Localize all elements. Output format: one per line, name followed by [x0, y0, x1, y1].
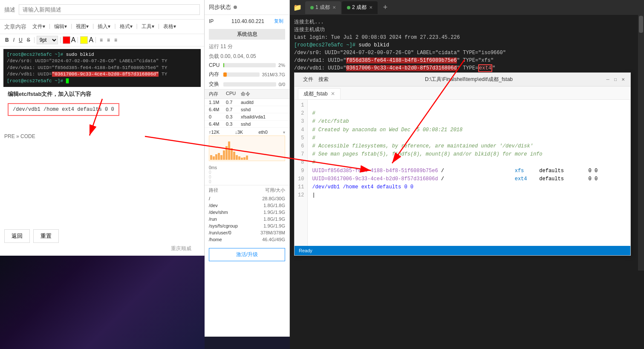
net-bar-15 — [246, 156, 248, 160]
align-left-btn[interactable]: ≡ — [98, 36, 104, 44]
reset-button[interactable]: 重置 — [33, 229, 59, 243]
tab-close-1[interactable]: ✕ — [332, 5, 336, 10]
menu-table[interactable]: 表格▾ — [161, 22, 179, 31]
tab-close-2[interactable]: ✕ — [369, 5, 373, 10]
cpu-bar-bg — [223, 63, 276, 67]
cpu-label: CPU — [209, 62, 221, 68]
ip-value: 110.40.60.221 — [231, 18, 264, 24]
pr-mem-0: 1.1M — [209, 100, 226, 105]
net-bar-12 — [238, 156, 240, 160]
tab-1[interactable]: 1 成都 ✕ — [305, 1, 341, 14]
section-title: 编辑etc/fstab文件，加入以下内容 — [3, 87, 201, 101]
pr-cpu-2: 0.3 — [226, 114, 241, 119]
pr-mem-1: 6.4M — [209, 107, 226, 112]
italic-button[interactable]: I — [12, 36, 16, 44]
ip-label: IP — [209, 18, 214, 24]
disk-path-2: /dev/shm — [209, 210, 263, 215]
maximize-button[interactable]: □ — [612, 77, 618, 83]
pr-mem-3: 6.4M — [209, 121, 226, 127]
code-content[interactable]: # # /etc/fstab # Created by anaconda on … — [308, 100, 630, 248]
scrollbar-right[interactable] — [638, 15, 644, 271]
pr-cpu-3: 0.3 — [226, 121, 241, 127]
pre-code-label: PRE » CODE — [0, 132, 204, 141]
sep4 — [95, 37, 96, 43]
copy-button[interactable]: 复制 — [272, 17, 285, 25]
disk-path-4: /sys/fs/cgroup — [209, 223, 263, 228]
disk-row-4: /sys/fs/cgroup 1.9G/1.9G — [209, 222, 285, 229]
code-box: /dev/vdb1 /home ext4 defaults 0 0 — [8, 103, 119, 116]
net-up: ↑12K — [209, 130, 219, 135]
editor-area: [root@ecs27e5afc ~]# sudo blkid /dev/sr0… — [0, 46, 204, 132]
resp-zeros: 000 — [209, 170, 285, 184]
align-center-btn[interactable]: ≡ — [105, 36, 112, 44]
mem-metric-row: 内存 351M/3.7G — [205, 69, 289, 79]
disk-row-5: /run/user/0 378M/378M — [209, 229, 285, 236]
swap-metric-row: 交换 0/0 — [205, 79, 289, 89]
desc-input[interactable] — [19, 4, 200, 15]
bottom-buttons: 返回 重置 — [0, 225, 63, 247]
t-line-6: /dev/vdb1: UUID="03617006-9c33-4ce4-b2d0… — [294, 64, 640, 72]
net-bar-3 — [215, 154, 217, 160]
swap-bar-bg — [223, 82, 276, 87]
net-bar-5 — [220, 155, 222, 160]
underline-button[interactable]: U — [17, 36, 24, 44]
pr-cpu-1: 0.7 — [226, 107, 241, 112]
tab-dot-1 — [310, 6, 314, 9]
net-bar-4 — [218, 153, 220, 160]
pr-cmd-1: sshd — [241, 107, 285, 112]
tab-label-2: 2 成都 — [352, 4, 367, 11]
net-header: ↑12K ↓3K eth0 ▾ — [209, 130, 285, 135]
net-bar-2 — [213, 156, 215, 160]
terminal-prompt-line2: [root@ecs27e5afc ~]# █ — [7, 78, 197, 84]
menu-insert[interactable]: 插入▾ — [95, 22, 113, 31]
menu-view[interactable]: 视图▾ — [73, 22, 91, 31]
editor-menu-search[interactable]: 搜索 — [318, 75, 329, 84]
minimize-button[interactable]: ─ — [605, 77, 611, 83]
disk-row-1: /dev 1.8G/1.8G — [209, 202, 285, 209]
net-bar-9 — [231, 148, 233, 160]
menu-format[interactable]: 格式▾ — [117, 22, 135, 31]
t-line-3: [root@ecs27e5afc ~]# sudo blkid — [294, 41, 640, 49]
scrollbar-thumb[interactable] — [639, 16, 643, 33]
bg-color-btn[interactable] — [80, 36, 88, 44]
editor-tab-fstab[interactable]: 成都_fstab ✕ — [298, 88, 341, 99]
disk-size-5: 378M/378M — [260, 230, 285, 235]
menu-edit[interactable]: 编辑▾ — [52, 22, 69, 31]
tab-2[interactable]: 2 成都 ✕ — [342, 1, 378, 14]
sep2 — [60, 37, 61, 43]
font-size-select[interactable]: 9pt — [37, 36, 58, 44]
editor-tab-close[interactable]: ✕ — [331, 91, 335, 97]
return-button[interactable]: 返回 — [4, 229, 30, 243]
editor-tab-label: 成都_fstab — [303, 91, 328, 97]
tab-dot-2 — [347, 6, 350, 9]
net-dropdown-icon[interactable]: ▾ — [283, 130, 285, 135]
strikethrough-button[interactable]: S — [25, 36, 32, 44]
disk-row-3: /run 1.8G/1.9G — [209, 216, 285, 222]
content-label: 文章内容 — [4, 23, 26, 31]
net-bar-13 — [241, 158, 243, 160]
code-line-9: UUID=f856d385-fe64-4188-b4f8-51f6089b75e… — [312, 167, 626, 175]
code-line-5: # — [312, 134, 626, 142]
menu-file[interactable]: 文件▾ — [30, 22, 48, 31]
menu-tools[interactable]: 工具▾ — [139, 22, 157, 31]
t-line-5: /dev/vda1: UUID="f856d385-fe64-4188-b4f8… — [294, 57, 640, 64]
pr-mem-2: 0 — [209, 114, 226, 119]
editor-menu-file[interactable]: 文件 — [303, 75, 313, 84]
code-line-1 — [312, 101, 626, 110]
th-cmd: 命令 — [241, 91, 285, 97]
upgrade-button[interactable]: 激活/升级 — [209, 248, 285, 261]
terminal-output-vda1: /dev/vda1: UUID="f856d385-fe64-4188-b4f8… — [7, 65, 197, 71]
disk-size-1: 1.8G/1.8G — [263, 203, 285, 208]
bold-button[interactable]: B — [3, 36, 11, 44]
font-color-btn[interactable] — [63, 36, 70, 44]
load-row: 负载 0.00, 0.04, 0.05 — [205, 52, 289, 61]
tab-add-button[interactable]: + — [380, 3, 390, 13]
net-chart — [209, 136, 285, 161]
pr-cpu-0: 0.7 — [226, 100, 241, 105]
editor-title-bar: 文件 搜索 D:\工具\Finalshell\temp\edit\成都_fsta… — [295, 73, 630, 87]
sys-info-button[interactable]: 系统信息 — [209, 29, 285, 40]
folder-icon[interactable]: 📁 — [292, 3, 303, 13]
close-button[interactable]: ✕ — [620, 77, 626, 83]
code-line-10: UUID=03617006-9c33-4ce4-b2d0-8f57d316806… — [312, 175, 626, 183]
align-right-btn[interactable]: ≡ — [113, 36, 119, 44]
